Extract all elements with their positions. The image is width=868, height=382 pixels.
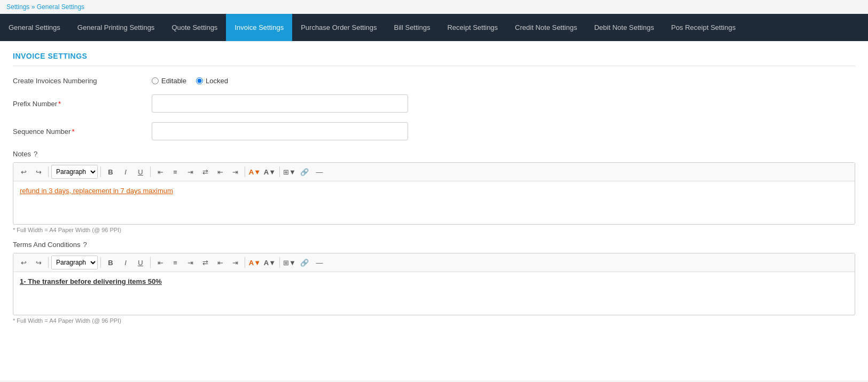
terms-align-left-btn[interactable]: ⇤ <box>153 256 167 269</box>
sequence-label: Sequence Number* <box>13 128 152 136</box>
notes-link-btn[interactable]: 🔗 <box>298 165 311 179</box>
terms-align-right-btn[interactable]: ⇥ <box>183 256 197 269</box>
terms-indent-btn[interactable]: ⇥ <box>228 256 242 269</box>
tab-quote[interactable]: Quote Settings <box>163 14 226 41</box>
tab-printing[interactable]: General Printing Settings <box>69 14 163 41</box>
radio-locked-option[interactable]: Locked <box>196 77 228 85</box>
terms-hr-btn[interactable]: — <box>312 256 326 269</box>
notes-toolbar-sep4 <box>245 166 245 177</box>
notes-redo-btn[interactable]: ↪ <box>32 165 45 179</box>
notes-align-right-btn[interactable]: ⇥ <box>183 165 197 179</box>
terms-undo-btn[interactable]: ↩ <box>17 256 30 269</box>
breadcrumb-settings-link[interactable]: Settings <box>6 3 29 11</box>
prefix-row: Prefix Number* QYD-INV <box>13 94 855 113</box>
terms-content-text: 1- The transfer before delivering items … <box>20 277 162 285</box>
breadcrumb-separator-icon: » <box>32 3 35 11</box>
terms-full-width-note: * Full Width = A4 Paper Width (@ 96 PPI) <box>13 317 855 324</box>
terms-font-color-btn[interactable]: A▼ <box>248 256 262 269</box>
notes-toolbar: ↩ ↪ Paragraph B I U ⇤ ≡ ⇥ ⇄ ⇤ ⇥ A▼ A▼ <box>13 163 855 181</box>
terms-redo-btn[interactable]: ↪ <box>32 256 45 269</box>
notes-highlight-btn[interactable]: A▼ <box>263 165 277 179</box>
prefix-input[interactable]: QYD-INV <box>152 94 408 113</box>
notes-outdent-btn[interactable]: ⇤ <box>213 165 227 179</box>
notes-italic-btn[interactable]: I <box>119 165 132 179</box>
terms-bold-btn[interactable]: B <box>104 256 118 269</box>
sequence-row: Sequence Number* 001 <box>13 122 855 140</box>
nav-tabs: General Settings General Printing Settin… <box>0 14 868 41</box>
notes-editor-body[interactable]: refund in 3 days, replacement in 7 days … <box>13 181 855 224</box>
section-title: INVOICE SETTINGS <box>13 52 855 66</box>
tab-purchase-order[interactable]: Purchase Order Settings <box>292 14 385 41</box>
notes-paragraph-select[interactable]: Paragraph <box>51 165 98 179</box>
terms-underline-btn[interactable]: U <box>134 256 147 269</box>
notes-table-btn[interactable]: ⊞▼ <box>283 165 296 179</box>
notes-toolbar-sep2 <box>100 166 101 177</box>
notes-indent-btn[interactable]: ⇥ <box>228 165 242 179</box>
main-content: INVOICE SETTINGS Create Invoices Numberi… <box>0 41 868 380</box>
tab-general[interactable]: General Settings <box>0 14 69 41</box>
prefix-label: Prefix Number* <box>13 100 152 108</box>
terms-help-icon[interactable]: ? <box>83 241 87 249</box>
terms-toolbar-sep1 <box>48 257 49 268</box>
radio-locked[interactable] <box>196 77 203 84</box>
terms-editor-body[interactable]: 1- The transfer before delivering items … <box>13 272 855 315</box>
radio-editable-label: Editable <box>161 77 186 85</box>
terms-toolbar: ↩ ↪ Paragraph B I U ⇤ ≡ ⇥ ⇄ ⇤ ⇥ A▼ A▼ <box>13 253 855 272</box>
notes-align-left-btn[interactable]: ⇤ <box>153 165 167 179</box>
terms-highlight-btn[interactable]: A▼ <box>263 256 277 269</box>
terms-link-btn[interactable]: 🔗 <box>298 256 311 269</box>
terms-toolbar-sep5 <box>279 257 280 268</box>
notes-editor-container: Notes ? ↩ ↪ Paragraph B I U ⇤ ≡ ⇥ ⇄ ⇤ <box>13 150 855 233</box>
terms-editor-container: Terms And Conditions ? ↩ ↪ Paragraph B I… <box>13 241 855 324</box>
terms-label: Terms And Conditions ? <box>13 241 855 249</box>
notes-editor-wrapper: ↩ ↪ Paragraph B I U ⇤ ≡ ⇥ ⇄ ⇤ ⇥ A▼ A▼ <box>13 162 855 225</box>
tab-bill[interactable]: Bill Settings <box>386 14 439 41</box>
breadcrumb-general-link[interactable]: General Settings <box>37 3 84 11</box>
tab-invoice[interactable]: Invoice Settings <box>226 14 292 41</box>
terms-outdent-btn[interactable]: ⇤ <box>213 256 227 269</box>
numbering-row: Create Invoices Numbering Editable Locke… <box>13 77 855 85</box>
notes-toolbar-sep5 <box>279 166 280 177</box>
terms-toolbar-sep4 <box>245 257 245 268</box>
terms-justify-btn[interactable]: ⇄ <box>198 256 212 269</box>
sequence-input[interactable]: 001 <box>152 122 408 140</box>
terms-paragraph-select[interactable]: Paragraph <box>51 256 98 269</box>
sequence-required: * <box>72 128 74 136</box>
tab-receipt[interactable]: Receipt Settings <box>439 14 506 41</box>
notes-font-color-btn[interactable]: A▼ <box>248 165 262 179</box>
radio-editable-option[interactable]: Editable <box>152 77 186 85</box>
notes-bold-btn[interactable]: B <box>104 165 118 179</box>
tab-credit-note[interactable]: Credit Note Settings <box>506 14 585 41</box>
tab-debit-note[interactable]: Debit Note Settings <box>585 14 662 41</box>
notes-help-icon[interactable]: ? <box>34 150 37 158</box>
notes-full-width-note: * Full Width = A4 Paper Width (@ 96 PPI) <box>13 227 855 233</box>
terms-align-center-btn[interactable]: ≡ <box>168 256 182 269</box>
notes-hr-btn[interactable]: — <box>312 165 326 179</box>
radio-locked-label: Locked <box>206 77 228 85</box>
notes-underline-btn[interactable]: U <box>134 165 147 179</box>
numbering-label: Create Invoices Numbering <box>13 77 152 85</box>
prefix-required: * <box>58 100 61 108</box>
tab-pos-receipt[interactable]: Pos Receipt Settings <box>662 14 744 41</box>
terms-toolbar-sep3 <box>150 257 151 268</box>
terms-table-btn[interactable]: ⊞▼ <box>283 256 296 269</box>
breadcrumb: Settings » General Settings <box>0 0 868 14</box>
notes-content-text[interactable]: refund in 3 days, replacement in 7 days … <box>20 187 173 195</box>
terms-toolbar-sep2 <box>100 257 101 268</box>
radio-editable[interactable] <box>152 77 159 84</box>
notes-label: Notes ? <box>13 150 855 158</box>
notes-justify-btn[interactable]: ⇄ <box>198 165 212 179</box>
terms-editor-wrapper: ↩ ↪ Paragraph B I U ⇤ ≡ ⇥ ⇄ ⇤ ⇥ A▼ A▼ <box>13 253 855 315</box>
notes-align-center-btn[interactable]: ≡ <box>168 165 182 179</box>
notes-undo-btn[interactable]: ↩ <box>17 165 30 179</box>
terms-italic-btn[interactable]: I <box>119 256 132 269</box>
notes-toolbar-sep3 <box>150 166 151 177</box>
numbering-radio-group: Editable Locked <box>152 77 228 85</box>
notes-toolbar-sep1 <box>48 166 49 177</box>
